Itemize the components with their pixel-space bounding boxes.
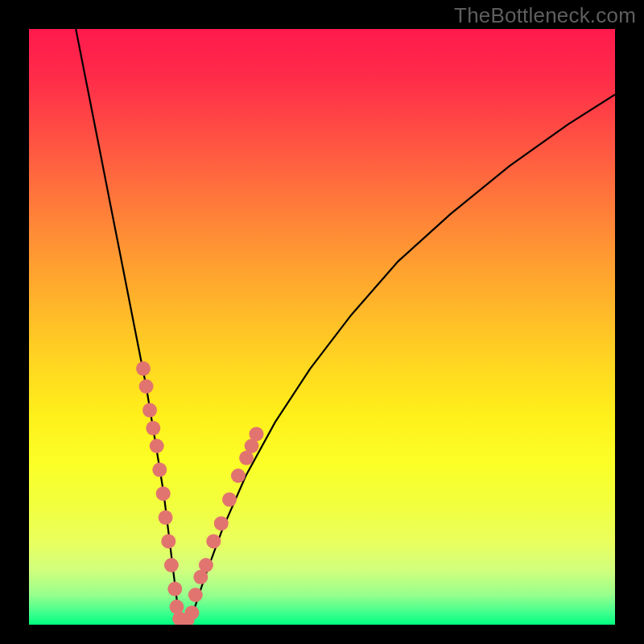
dots-layer (136, 361, 264, 625)
bottleneck-curve-path (76, 29, 615, 625)
data-point (214, 516, 229, 530)
chart-frame: TheBottleneck.com (0, 0, 644, 644)
data-point (167, 582, 182, 597)
watermark-label: TheBottleneck.com (454, 3, 636, 28)
curve-layer (76, 29, 615, 625)
data-point (199, 558, 213, 572)
data-point (152, 463, 167, 477)
data-point (164, 558, 179, 572)
data-point (159, 510, 173, 525)
data-point (184, 605, 199, 620)
data-point (136, 361, 151, 376)
plot-area (29, 29, 615, 625)
data-point (188, 588, 203, 602)
data-point (150, 439, 164, 453)
data-point (146, 421, 160, 436)
data-point (142, 403, 157, 418)
data-point (222, 493, 237, 507)
data-point (206, 534, 221, 548)
data-point (250, 427, 264, 441)
chart-svg (29, 29, 615, 625)
data-point (156, 486, 171, 501)
data-point (161, 534, 175, 548)
data-point (231, 469, 246, 483)
data-point (139, 379, 154, 394)
